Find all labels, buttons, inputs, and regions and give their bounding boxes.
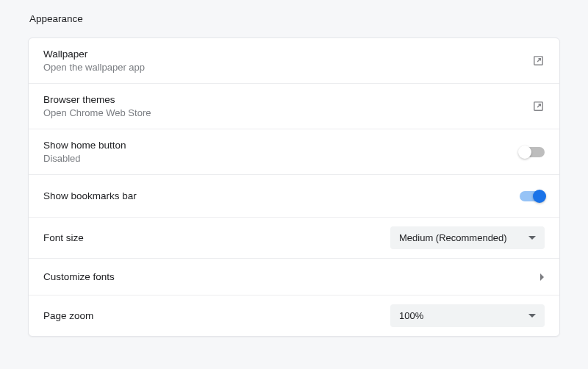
show-bookmarks-bar-row: Show bookmarks bar	[29, 175, 559, 218]
home-button-subtitle: Disabled	[43, 153, 126, 164]
dropdown-arrow-icon	[528, 236, 536, 240]
page-zoom-title: Page zoom	[43, 310, 93, 321]
customize-fonts-title: Customize fonts	[43, 271, 115, 282]
toggle-knob	[518, 146, 531, 159]
themes-subtitle: Open Chrome Web Store	[43, 107, 151, 118]
home-button-toggle[interactable]	[520, 147, 545, 157]
customize-fonts-row[interactable]: Customize fonts	[29, 259, 559, 295]
bookmarks-bar-title: Show bookmarks bar	[43, 190, 137, 201]
row-text: Show home button Disabled	[43, 140, 126, 164]
browser-themes-row[interactable]: Browser themes Open Chrome Web Store	[29, 84, 559, 129]
wallpaper-title: Wallpaper	[43, 49, 145, 60]
font-size-select[interactable]: Medium (Recommended)	[390, 226, 545, 249]
external-link-icon	[532, 100, 545, 112]
section-title: Appearance	[28, 13, 560, 24]
row-text: Browser themes Open Chrome Web Store	[43, 94, 151, 118]
home-button-title: Show home button	[43, 140, 126, 151]
row-text: Wallpaper Open the wallpaper app	[43, 49, 145, 73]
wallpaper-subtitle: Open the wallpaper app	[43, 62, 145, 73]
show-home-button-row: Show home button Disabled	[29, 129, 559, 175]
settings-appearance-section: Appearance Wallpaper Open the wallpaper …	[0, 0, 588, 351]
chevron-right-icon	[540, 273, 545, 281]
settings-card: Wallpaper Open the wallpaper app Browser…	[28, 37, 560, 337]
font-size-value: Medium (Recommended)	[399, 232, 507, 243]
row-text: Show bookmarks bar	[43, 190, 137, 201]
external-link-icon	[532, 54, 545, 67]
font-size-row: Font size Medium (Recommended)	[29, 218, 559, 259]
wallpaper-row[interactable]: Wallpaper Open the wallpaper app	[29, 38, 559, 84]
page-zoom-select[interactable]: 100%	[390, 304, 545, 327]
page-zoom-value: 100%	[399, 310, 423, 321]
page-zoom-row: Page zoom 100%	[29, 295, 559, 336]
bookmarks-bar-toggle[interactable]	[520, 191, 545, 201]
font-size-title: Font size	[43, 232, 84, 243]
themes-title: Browser themes	[43, 94, 151, 105]
toggle-knob	[533, 190, 546, 203]
dropdown-arrow-icon	[528, 314, 536, 318]
